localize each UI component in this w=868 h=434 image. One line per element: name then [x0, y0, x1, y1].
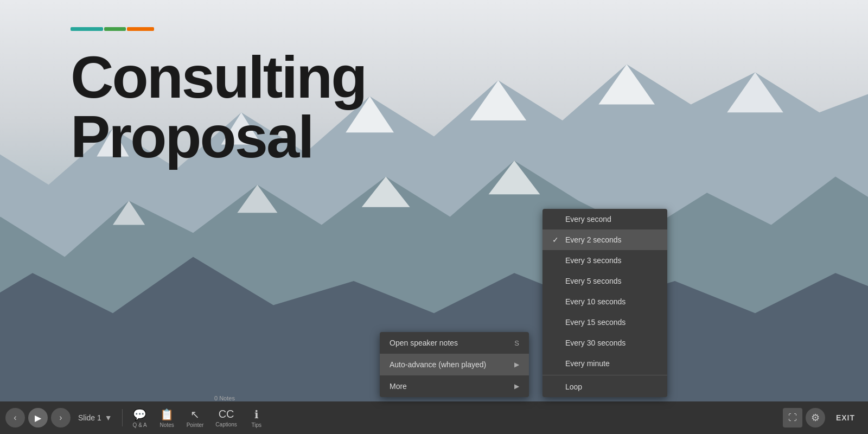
toolbar: ‹ ▶ › Slide 1 ▼ 💬 Q & A 📋 Notes ↖ Pointe… [0, 401, 868, 434]
loop-option-label: Loop [565, 382, 582, 391]
sub-menu-divider [542, 375, 667, 375]
context-menu-item-arrow-2: ▶ [514, 382, 519, 390]
auto-advance-option-label-2: Every 3 seconds [565, 256, 622, 265]
context-menu-item-shortcut-0: S [514, 339, 519, 347]
tips-icon: ℹ [254, 408, 259, 421]
fullscreen-button[interactable]: ⛶ [783, 408, 802, 427]
exit-button[interactable]: EXIT [828, 410, 863, 425]
auto-advance-option-4[interactable]: Every 10 seconds [542, 291, 667, 312]
auto-advance-option-label-1: Every 2 seconds [565, 235, 622, 244]
context-menu-item-0[interactable]: Open speaker notesS [380, 332, 529, 354]
auto-advance-option-label-5: Every 15 seconds [565, 318, 626, 327]
auto-advance-submenu: Every second✓Every 2 secondsEvery 3 seco… [542, 209, 667, 397]
slide-label-text: Slide 1 [78, 413, 101, 422]
slide-content: Consulting Proposal [71, 27, 366, 167]
pointer-button[interactable]: ↖ Pointer [182, 405, 208, 431]
context-menu-item-label-1: Auto-advance (when played) [390, 360, 486, 369]
context-menu-item-label-2: More [390, 382, 407, 391]
context-menu-item-label-0: Open speaker notes [390, 339, 458, 347]
pointer-icon: ↖ [190, 408, 200, 421]
tips-label: Tips [252, 422, 262, 428]
next-slide-button[interactable]: › [51, 408, 71, 427]
captions-icon: CC [219, 408, 234, 420]
auto-advance-option-label-3: Every 5 seconds [565, 277, 622, 285]
captions-button[interactable]: CC Captions [211, 405, 241, 431]
qa-icon: 💬 [133, 408, 146, 421]
captions-label: Captions [215, 422, 237, 427]
context-menu-main: Open speaker notesSAuto-advance (when pl… [380, 332, 529, 397]
tips-button[interactable]: ℹ Tips [245, 405, 269, 431]
auto-advance-option-6[interactable]: Every 30 seconds [542, 333, 667, 353]
pointer-label: Pointer [187, 422, 204, 428]
slide-dropdown-icon[interactable]: ▼ [105, 413, 112, 422]
auto-advance-option-5[interactable]: Every 15 seconds [542, 312, 667, 333]
auto-advance-option-7[interactable]: Every minute [542, 353, 667, 374]
context-menu-item-2[interactable]: More▶ [380, 375, 529, 397]
check-mark-1: ✓ [552, 235, 561, 244]
logo-segment-1 [71, 27, 103, 31]
auto-advance-option-1[interactable]: ✓Every 2 seconds [542, 229, 667, 250]
auto-advance-option-label-4: Every 10 seconds [565, 297, 626, 306]
auto-advance-option-label-6: Every 30 seconds [565, 339, 626, 347]
gear-icon: ⚙ [811, 412, 820, 424]
logo-bar [71, 27, 366, 31]
logo-segment-3 [127, 27, 154, 31]
loop-option[interactable]: Loop [542, 376, 667, 397]
notes-button[interactable]: 📋 Notes [155, 405, 179, 431]
context-menu-item-arrow-1: ▶ [514, 361, 519, 368]
toolbar-divider-1 [122, 409, 123, 426]
notes-icon: 📋 [160, 408, 174, 421]
auto-advance-option-0[interactable]: Every second [542, 209, 667, 229]
context-menu-item-1[interactable]: Auto-advance (when played)▶ [380, 354, 529, 375]
qa-label: Q & A [133, 422, 147, 428]
play-button[interactable]: ▶ [28, 408, 48, 427]
slide-indicator: Slide 1 ▼ [74, 411, 117, 424]
notes-label: Notes [160, 422, 174, 428]
logo-segment-2 [104, 27, 126, 31]
notes-badge: 0 Notes [214, 395, 235, 401]
auto-advance-option-3[interactable]: Every 5 seconds [542, 271, 667, 291]
qa-button[interactable]: 💬 Q & A [128, 405, 152, 431]
auto-advance-option-label-7: Every minute [565, 359, 610, 368]
slide-title: Consulting Proposal [71, 47, 366, 167]
auto-advance-option-2[interactable]: Every 3 seconds [542, 250, 667, 271]
auto-advance-option-label-0: Every second [565, 215, 611, 224]
prev-slide-button[interactable]: ‹ [5, 408, 25, 427]
fullscreen-icon: ⛶ [788, 413, 797, 423]
settings-button[interactable]: ⚙ [806, 408, 825, 427]
